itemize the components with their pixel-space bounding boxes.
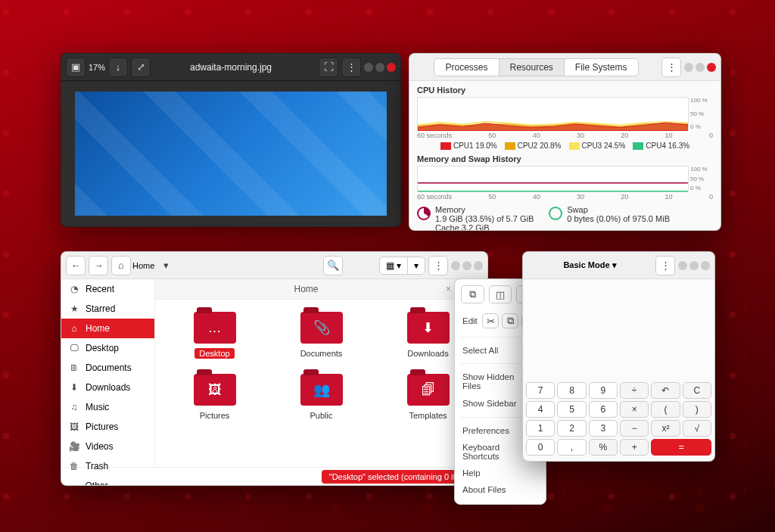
sidebar-icon: 🗑 bbox=[69, 461, 79, 471]
zoom-out-button[interactable]: ↓ bbox=[108, 58, 128, 77]
key-÷[interactable]: ÷ bbox=[620, 382, 649, 399]
sidebar-icon: ★ bbox=[69, 303, 79, 314]
path-dropdown-button[interactable]: ▾ bbox=[156, 256, 176, 275]
new-tab-button[interactable]: ⧉ bbox=[461, 285, 484, 303]
calculator-display[interactable] bbox=[523, 279, 714, 379]
key-3[interactable]: 3 bbox=[589, 420, 618, 437]
files-sidebar: ◔Recent★Starred⌂Home🖵Desktop🗎Documents⬇D… bbox=[61, 279, 155, 467]
sidebar-item-music[interactable]: ♫Music bbox=[61, 397, 154, 417]
folder-pictures[interactable]: 🖼Pictures bbox=[163, 374, 266, 421]
folder-icon: 📎 bbox=[300, 312, 343, 344]
swap-label: Swap bbox=[567, 205, 670, 214]
key-x²[interactable]: x² bbox=[651, 420, 680, 437]
key-)[interactable]: ) bbox=[683, 401, 711, 418]
key-1[interactable]: 1 bbox=[526, 420, 555, 437]
list-view-button[interactable]: ▾ bbox=[408, 257, 425, 274]
tab-processes[interactable]: Processes bbox=[434, 59, 499, 76]
close-icon[interactable] bbox=[701, 261, 710, 270]
key-8[interactable]: 8 bbox=[557, 382, 586, 399]
sidebar-item-trash[interactable]: 🗑Trash bbox=[61, 456, 154, 476]
path-segment[interactable]: Home bbox=[132, 261, 154, 270]
folder-label: Pictures bbox=[195, 410, 235, 421]
new-window-button[interactable]: ◫ bbox=[489, 285, 512, 303]
files-icon-grid[interactable]: …Desktop📎Documents⬇Downloads🖼Pictures👥Pu… bbox=[155, 300, 487, 467]
files-titlebar: ← → ⌂ Home ▾ 🔍 ▦ ▾ ▾ ⋮ bbox=[61, 252, 487, 279]
maximize-icon[interactable] bbox=[375, 63, 384, 72]
close-icon[interactable] bbox=[474, 261, 483, 270]
sidebar-item-downloads[interactable]: ⬇Downloads bbox=[61, 378, 154, 397]
minimize-icon[interactable] bbox=[678, 261, 687, 270]
key-−[interactable]: − bbox=[620, 420, 649, 437]
minimize-icon[interactable] bbox=[364, 63, 373, 72]
sidebar-label: Music bbox=[86, 402, 109, 412]
image-filename: adwaita-morning.jpg bbox=[190, 62, 272, 73]
key-C[interactable]: C bbox=[683, 382, 711, 399]
key-√[interactable]: √ bbox=[683, 420, 711, 437]
tab-close-icon[interactable]: × bbox=[446, 284, 451, 294]
memory-usage: 1.9 GiB (33.5%) of 5.7 GiB bbox=[435, 214, 534, 223]
key-([interactable]: ( bbox=[651, 401, 680, 418]
key-9[interactable]: 9 bbox=[589, 382, 618, 399]
sidebar-item-home[interactable]: ⌂Home bbox=[61, 319, 154, 338]
key-×[interactable]: × bbox=[620, 401, 649, 418]
memory-history-title: Memory and Swap History bbox=[417, 154, 713, 163]
close-icon[interactable] bbox=[387, 63, 396, 72]
key-+[interactable]: + bbox=[620, 439, 649, 456]
menu-button[interactable]: ⋮ bbox=[341, 58, 361, 77]
sidebar-item-recent[interactable]: ◔Recent bbox=[61, 279, 154, 299]
folder-label: Public bbox=[306, 410, 338, 421]
view-mode-switcher: ▦ ▾ ▾ bbox=[379, 257, 425, 275]
nav-back-button[interactable]: ← bbox=[66, 256, 86, 275]
key-5[interactable]: 5 bbox=[557, 401, 586, 418]
sidebar-item-videos[interactable]: 🎥Videos bbox=[61, 437, 154, 456]
fullscreen-button[interactable]: ⛶ bbox=[319, 58, 338, 77]
key-↶[interactable]: ↶ bbox=[651, 382, 680, 399]
tab-file-systems[interactable]: File Systems bbox=[565, 59, 638, 76]
hamburger-menu-button[interactable]: ⋮ bbox=[428, 256, 448, 275]
path-home-icon[interactable]: ⌂ bbox=[111, 256, 131, 275]
image-viewport[interactable] bbox=[61, 81, 400, 226]
key-%[interactable]: % bbox=[589, 439, 618, 456]
edit-label: Edit bbox=[462, 316, 478, 325]
window-controls bbox=[684, 63, 716, 72]
maximize-icon[interactable] bbox=[462, 261, 472, 270]
search-button[interactable]: 🔍 bbox=[323, 256, 343, 275]
expand-button[interactable]: ⤢ bbox=[131, 58, 151, 77]
minimize-icon[interactable] bbox=[451, 261, 460, 270]
cut-button[interactable]: ✂ bbox=[482, 313, 499, 328]
minimize-icon[interactable] bbox=[684, 63, 693, 72]
maximize-icon[interactable] bbox=[689, 261, 699, 270]
fit-toggle-button[interactable]: ▣ bbox=[66, 58, 86, 77]
key-0[interactable]: 0 bbox=[526, 439, 555, 456]
icon-view-button[interactable]: ▦ ▾ bbox=[380, 257, 408, 274]
key-,[interactable]: , bbox=[557, 439, 586, 456]
folder-public[interactable]: 👥Public bbox=[269, 374, 373, 421]
key-6[interactable]: 6 bbox=[589, 401, 618, 418]
sidebar-icon: 🖼 bbox=[69, 422, 79, 432]
key-=[interactable]: = bbox=[651, 439, 711, 456]
help-item[interactable]: Help bbox=[461, 465, 540, 481]
about-item[interactable]: About Files bbox=[461, 481, 540, 498]
sidebar-item-starred[interactable]: ★Starred bbox=[61, 299, 154, 319]
maximize-icon[interactable] bbox=[696, 63, 705, 72]
key-7[interactable]: 7 bbox=[526, 382, 555, 399]
sidebar-item-pictures[interactable]: 🖼Pictures bbox=[61, 417, 154, 437]
sidebar-item-desktop[interactable]: 🖵Desktop bbox=[61, 338, 154, 358]
close-icon[interactable] bbox=[707, 63, 716, 72]
tab-resources[interactable]: Resources bbox=[500, 59, 565, 76]
sidebar-item-documents[interactable]: 🗎Documents bbox=[61, 358, 154, 378]
nav-forward-button[interactable]: → bbox=[89, 256, 108, 275]
menu-button[interactable]: ⋮ bbox=[655, 256, 675, 275]
sidebar-label: Downloads bbox=[86, 382, 130, 393]
folder-icon: 👥 bbox=[300, 374, 343, 406]
folder-desktop[interactable]: …Desktop bbox=[163, 312, 266, 359]
calculator-mode[interactable]: Basic Mode ▾ bbox=[563, 260, 616, 270]
menu-button[interactable]: ⋮ bbox=[661, 58, 681, 77]
tab-home[interactable]: Home× bbox=[155, 279, 457, 299]
sidebar-item-other-locations[interactable]: ＋Other Locations bbox=[61, 476, 154, 486]
copy-button[interactable]: ⧉ bbox=[502, 313, 518, 328]
key-4[interactable]: 4 bbox=[526, 401, 555, 418]
sidebar-label: Videos bbox=[86, 441, 113, 452]
folder-documents[interactable]: 📎Documents bbox=[269, 312, 373, 359]
key-2[interactable]: 2 bbox=[557, 420, 586, 437]
